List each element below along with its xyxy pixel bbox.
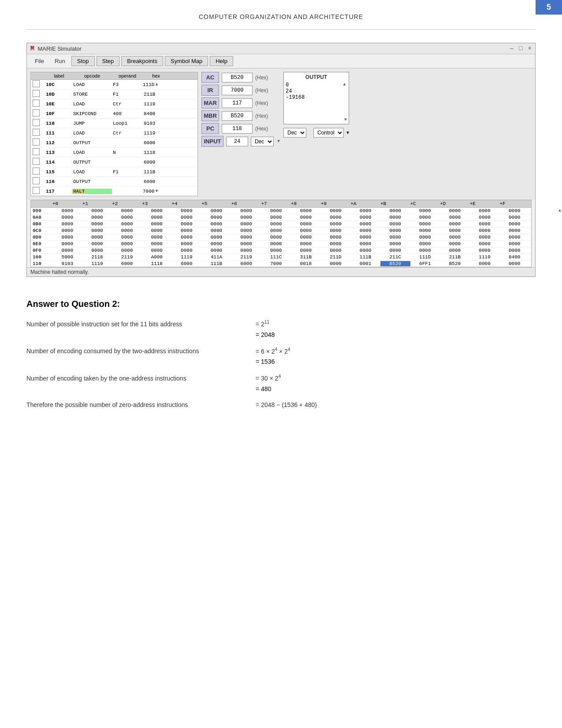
memory-row: 110 91031119600011186000111B600070000018…: [31, 261, 531, 267]
help-button[interactable]: Help: [210, 56, 233, 66]
mbr-value[interactable]: [222, 111, 253, 121]
pc-label: PC: [201, 123, 219, 134]
table-row: 111 LOAD Ctr 1119: [31, 128, 197, 138]
simulator-titlebar: M MARIE Simulator — □ ×: [27, 43, 535, 54]
memory-row: 0B0 000000000000000000000000000000000000…: [31, 221, 531, 228]
table-row: 110 JUMP Loop1 9103: [31, 119, 197, 128]
output-values: 0 24 -19168 ▲: [286, 82, 347, 117]
memory-header: +0 +1 +2 +3 +4 +5 +6 +7 +8 +9 +A +B +C +…: [31, 200, 531, 208]
mar-type: (Hex): [255, 100, 268, 106]
input-row: INPUT Dec Hex Oct ▼: [201, 136, 280, 147]
register-ac: AC (Hex): [201, 72, 280, 83]
breakpoint-check[interactable]: [33, 168, 40, 175]
table-row: 10E LOAD Ctr 1119: [31, 99, 197, 109]
breakpoint-check[interactable]: [33, 138, 40, 146]
mem-header-e: +E: [470, 201, 500, 206]
top-section: AC (Hex) IR (Hex) MAR (Hex): [201, 72, 532, 147]
qa-line-4: Therefore the possible number of zero-ad…: [26, 401, 536, 408]
page-number: 5: [536, 0, 562, 15]
sim-body: label opcode operand hex 10C LOAD F3 111…: [27, 68, 535, 200]
ac-value[interactable]: [222, 73, 253, 82]
qa-item-1: Number of possible instruction set for t…: [26, 320, 536, 338]
memory-row: 0E0 000000000000000000000000000000000000…: [31, 241, 531, 247]
output-val-1: 0: [286, 82, 305, 88]
qa-item-4: Therefore the possible number of zero-ad…: [26, 401, 536, 408]
table-row-halt: 117 HALT 7000 ▼: [31, 187, 197, 196]
mem-header-b: +B: [380, 201, 410, 206]
breakpoint-check[interactable]: [33, 90, 40, 97]
breakpoint-check[interactable]: [33, 119, 40, 126]
mem-header-2: +2: [112, 201, 142, 206]
menu-run[interactable]: Run: [50, 56, 70, 66]
qa-item-3: Number of encoding taken by the one-addr…: [26, 374, 536, 392]
table-row: 116 OUTPUT 6000: [31, 177, 197, 187]
qa-line-3: Number of encoding taken by the one-addr…: [26, 374, 536, 382]
register-pc: PC (Hex): [201, 123, 280, 134]
instruction-panel: label opcode operand hex 10C LOAD F3 111…: [30, 72, 198, 196]
mem-header-f: +F: [499, 201, 529, 206]
breakpoint-check[interactable]: [33, 187, 40, 194]
breakpoint-check[interactable]: [33, 80, 40, 87]
breakpoint-check[interactable]: [33, 129, 40, 136]
halt-opcode: HALT: [72, 189, 112, 194]
close-button[interactable]: ×: [528, 45, 532, 52]
header-operand: operand: [112, 73, 143, 78]
table-row: 112 OUTPUT 6000: [31, 138, 197, 148]
qa-subresult-val-3: = 480: [256, 385, 271, 392]
breakpoint-check[interactable]: [33, 177, 40, 184]
breakpoint-check[interactable]: [33, 158, 40, 165]
output-val-3: -19168: [286, 94, 305, 101]
table-row: 10C LOAD F3 111D ▲: [31, 80, 197, 90]
table-row: 10F SKIPCOND 400 8400: [31, 109, 197, 119]
bottom-selects: Dec Hex Control ▼: [283, 128, 349, 138]
input-field[interactable]: [226, 137, 248, 146]
register-mbr: MBR (Hex): [201, 110, 280, 121]
qa-subresult-val-1: = 2048: [256, 331, 275, 338]
breakpoint-check[interactable]: [33, 109, 40, 116]
control-select[interactable]: Control: [313, 128, 344, 138]
mar-value[interactable]: [222, 98, 253, 108]
mem-header-a: +A: [350, 201, 380, 206]
qa-line-2: Number of encoding consumed by the two-a…: [26, 347, 536, 355]
memory-row: 0D0 000000000000000000000000000000000000…: [31, 234, 531, 241]
menubar: File Run Stop Step Breakpoints Symbol Ma…: [27, 54, 535, 68]
qa-question-2: Number of encoding consumed by the two-a…: [26, 347, 256, 355]
memory-row: 0F0 000000000000000000000000000000000000…: [31, 247, 531, 254]
window-controls[interactable]: — □ ×: [510, 45, 532, 52]
minimize-button[interactable]: —: [510, 45, 514, 52]
breakpoint-check[interactable]: [33, 148, 40, 155]
simulator-window: M MARIE Simulator — □ × File Run Stop St…: [26, 43, 536, 277]
output-label: OUTPUT: [286, 74, 347, 80]
mem-header-3: +3: [142, 201, 172, 206]
pc-value[interactable]: [222, 124, 253, 134]
table-row: 115 LOAD F1 111B: [31, 167, 197, 177]
input-arrow: ▼: [277, 139, 280, 144]
qa-equals-4: = 2048 − (1536 + 480): [256, 401, 317, 408]
symbol-map-button[interactable]: Symbol Map: [165, 56, 208, 66]
ir-type: (Hex): [255, 87, 268, 93]
step-button[interactable]: Step: [97, 56, 120, 66]
mem-header-addr: [33, 201, 52, 206]
maximize-button[interactable]: □: [519, 45, 522, 52]
memory-row: 0A0 000000000000000000000000000000000000…: [31, 214, 531, 221]
ir-value[interactable]: [222, 86, 253, 95]
mbr-label: MBR: [201, 110, 219, 121]
memory-row: 090 000000000000000000000000000000000000…: [31, 208, 531, 214]
mem-header-1: +1: [82, 201, 112, 206]
memory-row: 100 500021182119A0001119411A2119111C311B…: [31, 254, 531, 261]
answer-section: Answer to Question 2: Number of possible…: [0, 286, 562, 430]
pc-type: (Hex): [255, 126, 268, 132]
menu-file[interactable]: File: [30, 56, 48, 66]
dec-select[interactable]: Dec Hex: [283, 128, 306, 138]
mem-header-9: +9: [321, 201, 351, 206]
input-format-select[interactable]: Dec Hex Oct: [251, 137, 274, 146]
mem-header-8: +8: [291, 201, 321, 206]
output-panel: OUTPUT 0 24 -19168 ▲ ▼: [283, 72, 349, 124]
qa-question-1: Number of possible instruction set for t…: [26, 321, 256, 328]
sim-icon: M: [30, 45, 34, 52]
mar-label: MAR: [201, 97, 219, 108]
stop-button[interactable]: Stop: [71, 56, 95, 66]
breakpoint-check[interactable]: [33, 100, 40, 107]
breakpoints-button[interactable]: Breakpoints: [121, 56, 163, 66]
registers-panel: AC (Hex) IR (Hex) MAR (Hex): [201, 72, 532, 196]
